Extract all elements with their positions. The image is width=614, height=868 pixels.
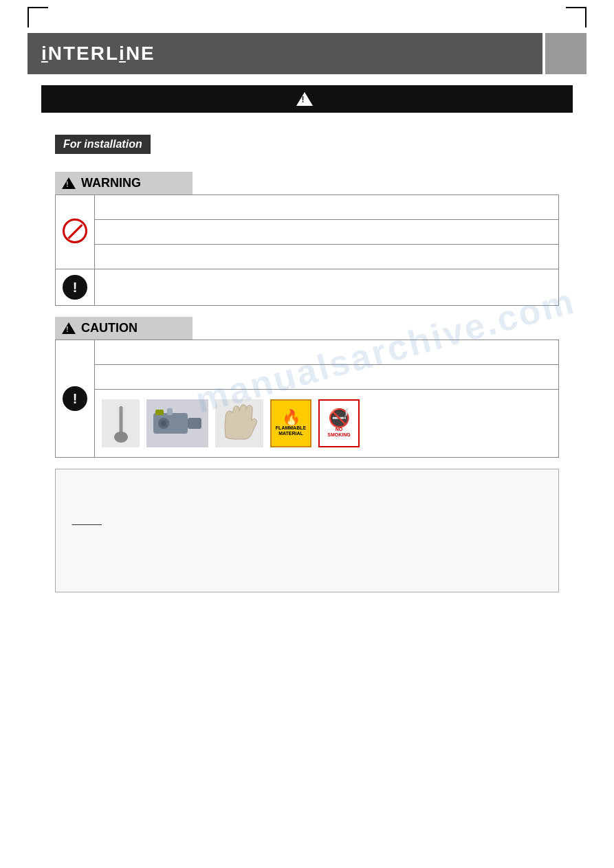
prohibition-icon-cell [56,195,95,269]
for-installation-section: For installation [41,124,573,161]
header-accent-box [545,33,586,74]
warning-banner [41,85,573,113]
caution-row-1: ! [56,340,559,365]
warning-text-1 [95,195,559,220]
caution-row-3-images: 🔥 FLAMMABLEMATERIAL 🚭 NOSMOKING [56,390,559,458]
caution-table: ! [55,340,559,458]
main-content: For installation WARNING ! [28,85,586,592]
info-line-3 [69,513,545,528]
warning-row-1 [56,195,559,220]
flammable-label: FLAMMABLEMATERIAL [276,425,306,437]
info-link [72,515,102,526]
svg-rect-7 [155,410,164,415]
no-smoking-icon: 🚭 [328,409,350,427]
warning-section-header: WARNING [55,172,193,194]
mandatory-icon-1: ! [63,275,87,300]
pump-svg [150,403,205,444]
info-box [55,469,559,592]
warning-text-4 [95,269,559,306]
gloves-image [215,399,263,447]
logo-bar: iNTERLiNE [28,33,542,74]
mandatory-icon-cell-2: ! [56,340,95,458]
warning-triangle-icon [62,177,76,189]
gloves-svg [219,403,260,444]
warning-row-3 [56,245,559,269]
no-smoking-sign: 🚭 NOSMOKING [318,399,360,447]
warning-row-2 [56,220,559,245]
warning-text-3 [95,245,559,269]
info-line-4 [69,528,545,544]
info-line-5 [69,544,545,559]
flame-icon: 🔥 [282,410,300,425]
hand-tool-image [102,399,140,447]
info-line-1 [69,483,545,498]
no-smoking-label: NOSMOKING [327,427,350,438]
flammable-material-sign: 🔥 FLAMMABLEMATERIAL [270,399,311,447]
info-line-2 [69,498,545,513]
corner-mark-top-left [28,7,29,27]
mandatory-icon-cell-1: ! [56,269,95,306]
brand-logo: iNTERLiNE [41,43,155,65]
caution-images-cell: 🔥 FLAMMABLEMATERIAL 🚭 NOSMOKING [95,390,559,458]
warning-triangle-icon [296,92,313,106]
svg-rect-8 [167,408,173,415]
hand-tool-svg [107,403,135,444]
svg-rect-4 [188,418,201,429]
mandatory-icon-2: ! [63,386,87,411]
for-installation-label: For installation [55,135,151,154]
header: iNTERLiNE [28,33,586,74]
warning-text-2 [95,220,559,245]
warning-row-4: ! [56,269,559,306]
warning-table: ! [55,194,559,306]
caution-section-header: CAUTION [55,317,193,340]
caution-title: CAUTION [81,321,138,335]
caution-text-1 [95,340,559,365]
caution-text-2 [95,365,559,390]
caution-triangle-icon [62,322,76,334]
vacuum-pump-image [146,399,208,447]
warning-title: WARNING [81,176,141,190]
svg-point-6 [161,421,166,426]
corner-mark-top-right [585,7,586,27]
prohibition-icon [63,219,87,243]
caution-image-row: 🔥 FLAMMABLEMATERIAL 🚭 NOSMOKING [102,395,551,452]
caution-row-2 [56,365,559,390]
